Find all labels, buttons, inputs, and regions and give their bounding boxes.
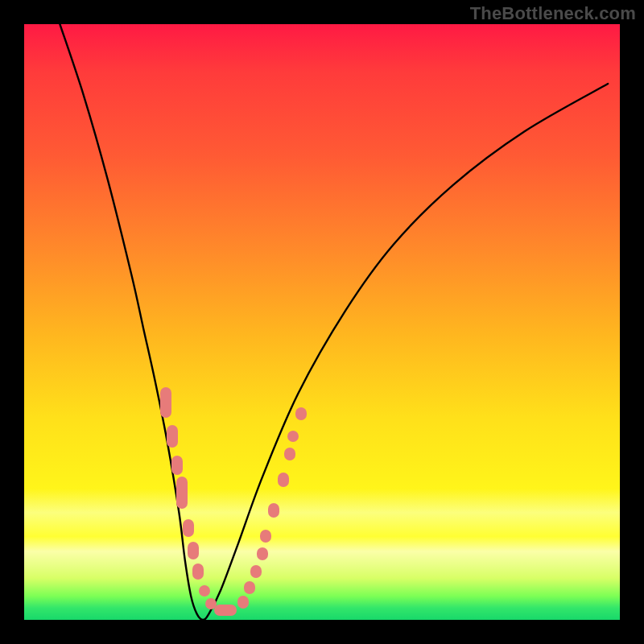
watermark-text: TheBottleneck.com	[470, 3, 636, 24]
curve-marker	[244, 581, 255, 594]
curve-marker	[188, 542, 199, 559]
curve-marker	[167, 425, 178, 448]
chart-frame: TheBottleneck.com	[0, 0, 644, 644]
curve-marker	[160, 387, 171, 418]
bottleneck-curve-path	[60, 24, 608, 620]
curve-marker	[295, 407, 307, 420]
curve-marker	[278, 473, 289, 487]
curve-marker	[237, 596, 249, 609]
curve-marker	[176, 477, 188, 509]
plot-svg	[24, 24, 620, 620]
curve-marker	[199, 585, 210, 597]
curve-marker	[250, 565, 262, 578]
curve-marker	[260, 530, 271, 543]
curve-marker	[284, 448, 295, 460]
curve-marker	[183, 519, 194, 537]
plot-area	[24, 24, 620, 620]
curve-marker	[214, 605, 237, 616]
curve-marker	[257, 547, 268, 560]
curve-marker	[171, 456, 183, 475]
curve-marker	[268, 503, 279, 518]
curve-marker	[287, 431, 299, 442]
curve-marker	[192, 564, 204, 580]
